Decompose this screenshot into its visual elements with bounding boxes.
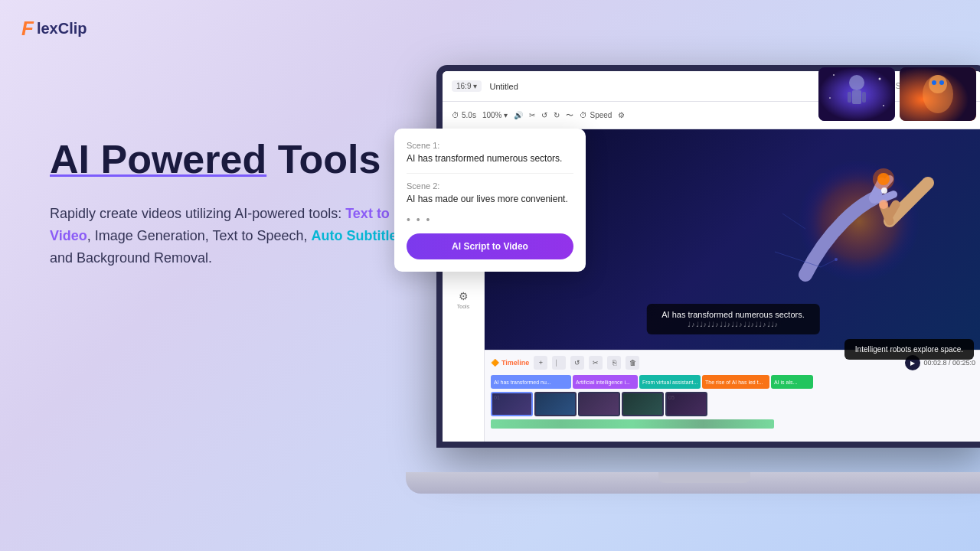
description-text: Rapidly create videos utilizing AI-power… bbox=[50, 203, 417, 269]
clip-2[interactable]: Artificial intelligence i... bbox=[573, 375, 638, 389]
svg-point-22 bbox=[939, 80, 944, 85]
scene2-text: AI has made our lives more convenient. bbox=[407, 194, 573, 204]
caption-panel: Intelligent robots explore space. bbox=[844, 339, 974, 360]
laptop-base bbox=[406, 472, 980, 494]
ratio-chevron: ▾ bbox=[473, 82, 477, 90]
video-clip-4[interactable] bbox=[622, 392, 664, 416]
svg-point-20 bbox=[929, 75, 947, 93]
timeline-redo-btn[interactable]: ✂ bbox=[589, 356, 603, 370]
video-clips-strip: 01 bbox=[491, 392, 975, 416]
timeline-add-btn[interactable]: + bbox=[534, 356, 547, 370]
svg-point-3 bbox=[879, 200, 888, 209]
timeline-dot: 🔶 bbox=[491, 359, 499, 367]
timeline-undo-btn[interactable]: ↺ bbox=[570, 356, 584, 370]
rotate-right[interactable]: ↻ bbox=[554, 111, 560, 119]
speed-icon: ⏱ bbox=[580, 111, 587, 119]
settings-tool[interactable]: ⚙ bbox=[618, 111, 625, 119]
scene2-label: Scene 2: bbox=[407, 181, 573, 191]
clip-3[interactable]: From virtual assistant... bbox=[639, 375, 701, 389]
svg-point-4 bbox=[881, 187, 887, 194]
timeline-split-btn[interactable]: ⎸ bbox=[552, 356, 566, 370]
sidebar-tools[interactable]: ⚙ Tools bbox=[446, 282, 480, 316]
project-title[interactable]: Untitled bbox=[489, 82, 518, 91]
svg-point-17 bbox=[883, 105, 884, 106]
zoom-chevron: ▾ bbox=[504, 111, 508, 119]
svg-point-2 bbox=[873, 168, 894, 190]
clock-icon: ⏱ bbox=[452, 111, 459, 119]
aspect-ratio-selector[interactable]: 16:9 ▾ bbox=[452, 80, 482, 92]
zoom-control[interactable]: 100% ▾ bbox=[482, 111, 508, 119]
scene-divider bbox=[407, 173, 573, 174]
ratio-label: 16:9 bbox=[456, 82, 471, 90]
main-heading: AI Powered Tools bbox=[50, 138, 417, 181]
svg-point-14 bbox=[833, 74, 835, 76]
ai-script-to-video-button[interactable]: AI Script to Video bbox=[407, 233, 573, 259]
duration-control[interactable]: ⏱ 5.0s bbox=[452, 111, 476, 119]
audio-waveform bbox=[491, 419, 774, 429]
svg-rect-13 bbox=[862, 92, 866, 103]
caption-waveform: ♩♪♩♩♪♩♩♪♩♩♪♩♩♪♩♩♪♩♩♪♩♩♪ bbox=[662, 321, 804, 328]
thumbnail-1[interactable] bbox=[818, 67, 895, 121]
video-clip-1[interactable]: 01 bbox=[491, 392, 533, 416]
logo: F lexClip bbox=[21, 17, 87, 41]
script-modal: Scene 1: AI has transformed numerous sec… bbox=[394, 129, 586, 272]
logo-name: lexClip bbox=[37, 20, 87, 37]
video-clip-5[interactable]: 05 bbox=[665, 392, 707, 416]
clip-5[interactable]: AI is als... bbox=[771, 375, 813, 389]
svg-rect-12 bbox=[848, 92, 851, 103]
speed-control[interactable]: ⏱ Speed bbox=[580, 111, 612, 119]
robot-hand-visual bbox=[760, 137, 959, 305]
canvas-caption-text: AI has transformed numerous sectors. ♩♪♩… bbox=[646, 304, 819, 334]
video-clip-2[interactable] bbox=[534, 392, 577, 416]
caption-track: AI has transformed nu... Artificial inte… bbox=[491, 375, 975, 389]
volume-control[interactable]: 🔊 bbox=[514, 111, 523, 119]
thumb-1-visual bbox=[818, 67, 895, 121]
rotate-left[interactable]: ↺ bbox=[541, 111, 547, 119]
caption-bubble: Intelligent robots explore space. bbox=[844, 339, 974, 360]
tools-icon: ⚙ bbox=[459, 290, 469, 302]
cut-tool[interactable]: ✂ bbox=[529, 111, 535, 119]
editor-timeline: 🔶 Timeline + ⎸ ↺ ✂ ⎘ 🗑 ▶ 00:02.8 / 0 bbox=[485, 350, 980, 442]
left-content-area: AI Powered Tools Rapidly create videos u… bbox=[50, 138, 417, 269]
clip-4[interactable]: The rise of AI has led t... bbox=[702, 375, 769, 389]
thumbnail-2[interactable] bbox=[900, 67, 976, 121]
waveform-tool[interactable]: 〜 bbox=[566, 110, 573, 121]
svg-point-15 bbox=[879, 78, 881, 80]
scene1-text: AI has transformed numerous sectors. bbox=[407, 153, 573, 164]
thumbnail-strip bbox=[818, 67, 976, 121]
svg-rect-11 bbox=[852, 90, 861, 104]
tools-label: Tools bbox=[457, 304, 469, 309]
svg-point-21 bbox=[932, 80, 936, 85]
svg-point-10 bbox=[849, 75, 864, 90]
scene1-label: Scene 1: bbox=[407, 141, 573, 150]
more-indicator: • • • bbox=[407, 214, 573, 226]
thumb-2-visual bbox=[900, 67, 976, 121]
video-clip-3[interactable] bbox=[578, 392, 620, 416]
svg-point-7 bbox=[835, 258, 838, 261]
clip-1[interactable]: AI has transformed nu... bbox=[491, 375, 571, 389]
logo-f-letter: F bbox=[21, 17, 34, 41]
playback-time: 00:02.8 / 00:25:0 bbox=[923, 359, 975, 367]
timeline-copy-btn[interactable]: ⎘ bbox=[607, 356, 621, 370]
svg-point-16 bbox=[829, 97, 831, 99]
timeline-label: 🔶 Timeline bbox=[491, 359, 529, 367]
timeline-delete-btn[interactable]: 🗑 bbox=[626, 356, 639, 370]
heading-underline: AI Powered bbox=[50, 137, 266, 181]
laptop-notch bbox=[658, 472, 750, 483]
auto-subtitle-link[interactable]: Auto Subtitle bbox=[312, 228, 397, 243]
